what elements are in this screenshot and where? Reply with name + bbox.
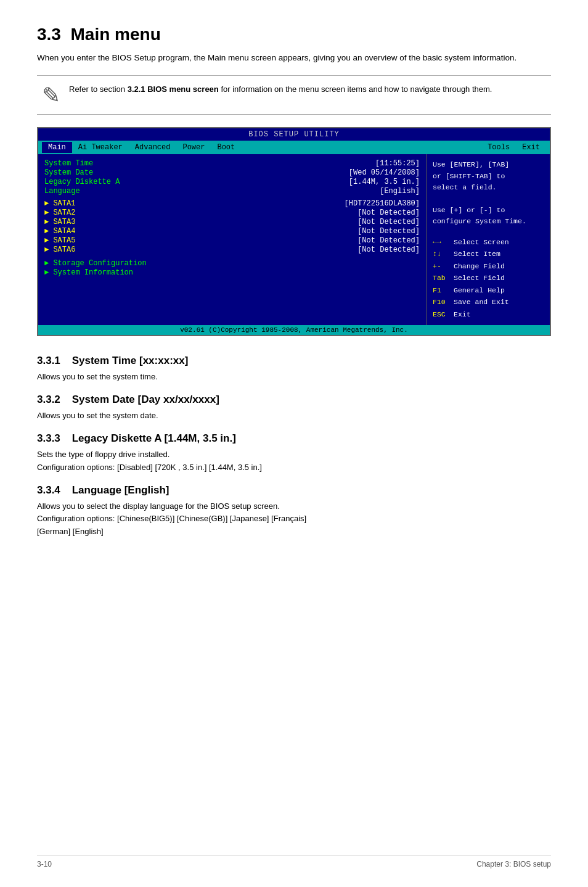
bios-sata-section: ► SATA1 [HDT722516DLA380] ► SATA2 [Not D… <box>44 199 420 254</box>
subsection-body-3-3-4: Allows you to select the display languag… <box>37 500 551 538</box>
bios-help-select-field: Tab Select Field <box>433 272 544 284</box>
note-box: ✎ Refer to section 3.2.1 BIOS menu scree… <box>37 75 551 115</box>
bios-footer: v02.61 (C)Copyright 1985-2008, American … <box>38 325 550 335</box>
subsection-body-3-3-1: Allows you to set the system time. <box>37 371 551 384</box>
bios-title-bar: BIOS SETUP UTILITY <box>38 128 550 141</box>
bios-help-select-item: ↕↓ Select Item <box>433 248 544 260</box>
subsection-title-3-3-2: 3.3.2 System Date [Day xx/xx/xxxx] <box>37 394 551 406</box>
bios-screen: BIOS SETUP UTILITY Main Ai Tweaker Advan… <box>37 127 551 336</box>
footer-chapter: Chapter 3: BIOS setup <box>476 860 551 868</box>
bios-menu-main[interactable]: Main <box>42 142 72 153</box>
subsection-body-3-3-2: Allows you to set the system date. <box>37 410 551 423</box>
bios-help-top: Use [ENTER], [TAB] or [SHIFT-TAB] to sel… <box>433 159 544 227</box>
bios-menu-tools[interactable]: Tools <box>481 142 516 153</box>
note-icon: ✎ <box>42 85 60 107</box>
bios-help-select-screen: ←→ Select Screen <box>433 236 544 249</box>
subsection-title-3-3-4: 3.3.4 Language [English] <box>37 484 551 497</box>
bios-system-info: ► System Information <box>44 268 420 277</box>
bios-help-bottom: ←→ Select Screen ↕↓ Select Item +- Chang… <box>433 236 544 321</box>
bios-sata3: ► SATA3 [Not Detected] <box>44 218 420 226</box>
bios-field-language: Language [English] <box>44 187 420 196</box>
bios-menu-boot[interactable]: Boot <box>211 142 241 153</box>
bios-sata5: ► SATA5 [Not Detected] <box>44 236 420 245</box>
bios-sata1: ► SATA1 [HDT722516DLA380] <box>44 199 420 208</box>
bios-help-general-help: F1 General Help <box>433 284 544 297</box>
bios-main-fields: System Time [11:55:25] System Date [Wed … <box>44 159 420 196</box>
bios-sata4: ► SATA4 [Not Detected] <box>44 227 420 236</box>
bios-body: System Time [11:55:25] System Date [Wed … <box>38 154 550 325</box>
bios-field-legacy-diskette: Legacy Diskette A [1.44M, 3.5 in.] <box>44 178 420 186</box>
bios-menu-advanced[interactable]: Advanced <box>129 142 177 153</box>
bios-menu-ai-tweaker[interactable]: Ai Tweaker <box>72 142 129 153</box>
section-intro: When you enter the BIOS Setup program, t… <box>37 52 551 64</box>
bios-sata6: ► SATA6 [Not Detected] <box>44 245 420 254</box>
bios-help-change-field: +- Change Field <box>433 260 544 273</box>
bios-help-esc: ESC Exit <box>433 308 544 321</box>
bios-field-system-time: System Time [11:55:25] <box>44 159 420 168</box>
bios-right-panel: Use [ENTER], [TAB] or [SHIFT-TAB] to sel… <box>427 154 550 325</box>
bios-menu-power[interactable]: Power <box>176 142 211 153</box>
subsection-title-3-3-3: 3.3.3 Legacy Diskette A [1.44M, 3.5 in.] <box>37 432 551 445</box>
bios-sub-items: ► Storage Configuration ► System Informa… <box>44 259 420 277</box>
bios-storage-config: ► Storage Configuration <box>44 259 420 268</box>
subsection-title-3-3-1: 3.3.1 System Time [xx:xx:xx] <box>37 355 551 367</box>
bios-field-system-date: System Date [Wed 05/14/2008] <box>44 168 420 177</box>
bios-menu-exit[interactable]: Exit <box>516 142 546 153</box>
bios-left-panel: System Time [11:55:25] System Date [Wed … <box>38 154 427 325</box>
footer-page-number: 3-10 <box>37 860 52 868</box>
note-text-content: Refer to section 3.2.1 BIOS menu screen … <box>69 83 492 96</box>
bios-help-save-exit: F10 Save and Exit <box>433 296 544 308</box>
subsection-body-3-3-3: Sets the type of floppy drive installed.… <box>37 448 551 474</box>
bios-menu-bar: Main Ai Tweaker Advanced Power Boot Tool… <box>38 141 550 154</box>
page-footer: 3-10 Chapter 3: BIOS setup <box>37 856 551 868</box>
section-title: 3.3 Main menu <box>37 25 551 44</box>
bios-sata2: ► SATA2 [Not Detected] <box>44 208 420 217</box>
